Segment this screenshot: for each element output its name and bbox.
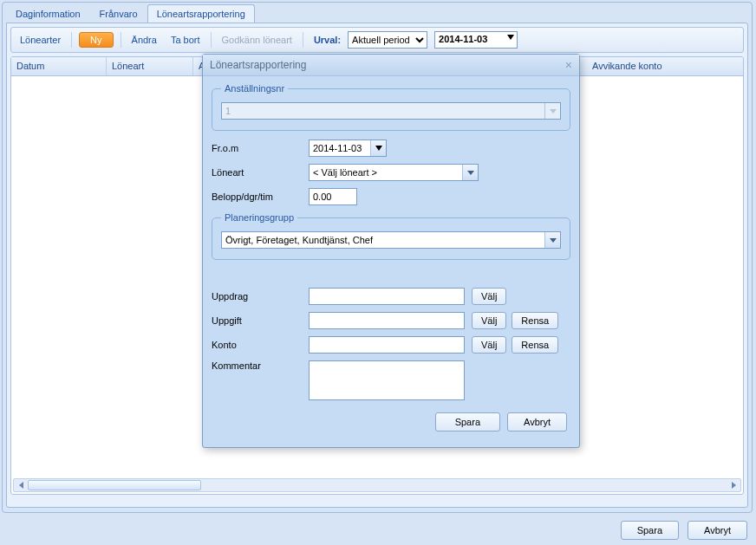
uppgift-label: Uppgift (212, 315, 309, 326)
scroll-left-icon[interactable] (15, 479, 27, 491)
main-frame: Daginformation Frånvaro Löneartsrapporte… (2, 2, 753, 513)
uppgift-rensa-button[interactable]: Rensa (512, 312, 558, 329)
uppgift-input[interactable] (309, 312, 465, 329)
chevron-down-icon[interactable] (544, 232, 560, 248)
scroll-thumb[interactable] (28, 480, 201, 490)
col-datum[interactable]: Datum (11, 57, 107, 75)
uppgift-valj-button[interactable]: Välj (472, 312, 506, 329)
chevron-down-icon[interactable] (370, 140, 386, 156)
separator (121, 32, 121, 48)
dialog-avbryt-button[interactable]: Avbryt (507, 412, 567, 431)
dialog-body: Anställningsnr Fr.o.m Löneart (203, 76, 579, 447)
urval-date[interactable]: 2014-11-03 (434, 31, 518, 49)
urval-date-value: 2014-11-03 (439, 34, 487, 44)
konto-input[interactable] (309, 336, 465, 354)
loneart-label: Löneart (212, 167, 309, 178)
planeringsgrupp-legend: Planeringsgrupp (221, 212, 297, 223)
chevron-down-icon[interactable] (462, 165, 478, 180)
dialog-spara-button[interactable]: Spara (435, 412, 500, 431)
tab-franvaro[interactable]: Frånvaro (90, 4, 147, 23)
toolbar-ny-button[interactable]: Ny (79, 32, 113, 48)
toolbar-andra[interactable]: Ändra (128, 33, 160, 47)
separator (211, 32, 212, 48)
planeringsgrupp-group: Planeringsgrupp (212, 212, 570, 260)
loneart-select[interactable] (309, 164, 479, 181)
urval-select[interactable]: Aktuell period (348, 31, 427, 49)
dialog-footer: Spara Avbryt (212, 407, 570, 433)
urval-label: Urval: (314, 35, 341, 45)
anstallningsnr-legend: Anställningsnr (221, 83, 288, 94)
toolbar-tabort[interactable]: Ta bort (167, 33, 204, 47)
planeringsgrupp-select[interactable] (221, 231, 561, 249)
uppdrag-valj-button[interactable]: Välj (472, 288, 506, 305)
scroll-right-icon[interactable] (727, 479, 740, 491)
konto-label: Konto (212, 340, 309, 350)
loneart-dialog: Löneartsrapportering × Anställningsnr Fr… (202, 54, 580, 448)
konto-valj-button[interactable]: Välj (472, 336, 506, 354)
close-icon[interactable]: × (565, 61, 572, 69)
kommentar-input[interactable] (309, 360, 465, 400)
chevron-down-icon (544, 103, 560, 119)
toolbar-godkann: Godkänn löneart (218, 33, 296, 47)
page-avbryt-button[interactable]: Avbryt (688, 521, 747, 540)
anstallningsnr-group: Anställningsnr (212, 83, 570, 131)
page-spara-button[interactable]: Spara (621, 521, 679, 540)
col-avvikande[interactable]: Avvikande konto (587, 57, 743, 75)
separator (303, 32, 303, 48)
konto-rensa-button[interactable]: Rensa (512, 336, 558, 354)
from-label: Fr.o.m (212, 143, 309, 153)
tab-loneartsrapportering[interactable]: Löneartsrapportering (147, 4, 255, 23)
page-footer-buttons: Spara Avbryt (621, 521, 747, 540)
tab-daginformation[interactable]: Daginformation (6, 4, 90, 23)
belopp-label: Belopp/dgr/tim (212, 191, 309, 202)
belopp-input[interactable] (309, 188, 357, 205)
uppdrag-label: Uppdrag (212, 291, 309, 302)
main-tabs: Daginformation Frånvaro Löneartsrapporte… (3, 3, 752, 23)
toolbar: Lönearter Ny Ändra Ta bort Godkänn lönea… (10, 27, 744, 53)
toolbar-lonearter[interactable]: Lönearter (16, 33, 64, 47)
horizontal-scrollbar[interactable] (13, 478, 741, 492)
chevron-down-icon (507, 35, 514, 40)
anstallningsnr-input (221, 102, 561, 120)
col-loneart[interactable]: Löneart (107, 57, 193, 75)
kommentar-label: Kommentar (212, 360, 309, 371)
dialog-title: Löneartsrapportering (210, 59, 306, 71)
uppdrag-input[interactable] (309, 288, 465, 305)
separator (71, 32, 72, 48)
dialog-titlebar[interactable]: Löneartsrapportering × (203, 55, 579, 76)
